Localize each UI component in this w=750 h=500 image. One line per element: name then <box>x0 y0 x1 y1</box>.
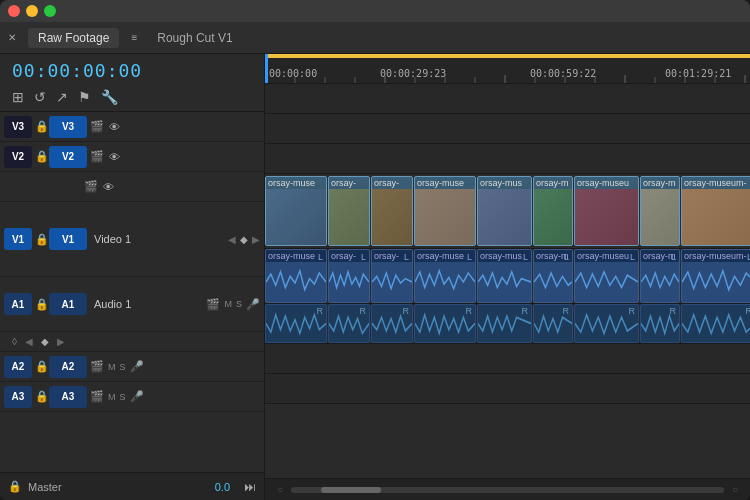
audio-bot-clip-0[interactable]: R <box>265 304 327 343</box>
video-clip-6[interactable]: orsay-museu <box>574 176 639 246</box>
marker-icon[interactable]: ⚑ <box>78 89 91 105</box>
video-clip-3[interactable]: orsay-muse <box>414 176 476 246</box>
scroll-bar[interactable] <box>291 487 724 493</box>
scroll-right-icon[interactable]: ○ <box>732 484 738 495</box>
a1-s-label[interactable]: S <box>236 299 242 309</box>
minimize-button[interactable] <box>26 5 38 17</box>
r-label-3: R <box>466 306 473 316</box>
v3-label-box: V3 <box>49 116 87 138</box>
v1-lock-icon[interactable]: 🔒 <box>35 233 49 246</box>
v3-camera-icon[interactable]: 🎬 <box>90 120 104 133</box>
v2-camera-icon[interactable]: 🎬 <box>90 150 104 163</box>
v1-sub-icons: 🎬 👁 <box>84 180 260 193</box>
a3-m-label[interactable]: M <box>108 392 116 402</box>
audio-top-clip-2[interactable]: orsay- L <box>371 249 413 303</box>
link-icon[interactable]: ↗ <box>56 89 68 105</box>
a1-mic-icon[interactable]: 🎤 <box>246 298 260 311</box>
a2-mic-icon[interactable]: 🎤 <box>130 360 144 373</box>
master-end-icon[interactable]: ⏭ <box>244 480 256 494</box>
settings-icon[interactable]: 🔧 <box>101 89 118 105</box>
audio-top-clip-3[interactable]: orsay-muse L <box>414 249 476 303</box>
audio-bot-clip-7[interactable]: R <box>640 304 680 343</box>
v1-prev-icon[interactable]: ◀ <box>228 234 236 245</box>
time-ruler: 00:00:00 00:00:29:23 00:00:59:22 00:01:2… <box>265 54 750 84</box>
audio-top-clip-7[interactable]: orsay-m L <box>640 249 680 303</box>
audio-bot-clip-2[interactable]: R <box>371 304 413 343</box>
audio-bot-clip-4[interactable]: R <box>477 304 532 343</box>
v3-num: V3 <box>4 116 32 138</box>
maximize-button[interactable] <box>44 5 56 17</box>
close-button[interactable] <box>8 5 20 17</box>
video-clip-0[interactable]: orsay-muse <box>265 176 327 246</box>
snap-icon[interactable]: ⊞ <box>12 89 24 105</box>
master-lock-icon[interactable]: 🔒 <box>8 480 22 493</box>
audio-bot-clip-5[interactable]: R <box>533 304 573 343</box>
clip-thumb-6 <box>575 189 638 245</box>
v3-eye-icon[interactable]: 👁 <box>109 121 120 133</box>
clip-label-4: orsay-mus <box>478 177 531 189</box>
undo-icon[interactable]: ↺ <box>34 89 46 105</box>
audio-top-clip-6[interactable]: orsay-museu L <box>574 249 639 303</box>
tab-close-icon[interactable]: ✕ <box>8 32 16 43</box>
v2-eye-icon[interactable]: 👁 <box>109 151 120 163</box>
timeline-tracks: orsay-muse orsay- orsay- orsay-muse <box>265 84 750 478</box>
audio-top-clip-0[interactable]: orsay-muse L <box>265 249 327 303</box>
video-clip-2[interactable]: orsay- <box>371 176 413 246</box>
v1-next-icon[interactable]: ▶ <box>252 234 260 245</box>
audio-top-clip-8[interactable]: orsay-museum- L <box>681 249 750 303</box>
a1-lock-icon[interactable]: 🔒 <box>35 298 49 311</box>
a2-camera-icon[interactable]: 🎬 <box>90 360 104 373</box>
raw-footage-tab[interactable]: Raw Footage <box>28 28 119 48</box>
a3-label-box: A3 <box>49 386 87 408</box>
video-clip-7[interactable]: orsay-m <box>640 176 680 246</box>
audio-bot-clip-8[interactable]: R <box>681 304 750 343</box>
video-clip-4[interactable]: orsay-mus <box>477 176 532 246</box>
audio-top-clip-1[interactable]: orsay- L <box>328 249 370 303</box>
playhead-line <box>265 54 268 83</box>
a2-lock-icon[interactable]: 🔒 <box>35 360 49 373</box>
v1-diamond-icon[interactable]: ◆ <box>240 234 248 245</box>
video-clip-5[interactable]: orsay-m <box>533 176 573 246</box>
a3-lock-icon[interactable]: 🔒 <box>35 390 49 403</box>
v3-lock-icon[interactable]: 🔒 <box>35 120 49 133</box>
v1-sub-camera-icon[interactable]: 🎬 <box>84 180 98 193</box>
left-panel: 00:00:00:00 ⊞ ↺ ↗ ⚑ 🔧 V3 🔒 V3 🎬 <box>0 54 265 500</box>
v1-sub-eye-icon[interactable]: 👁 <box>103 181 114 193</box>
video-clip-8[interactable]: orsay-museum- <box>681 176 750 246</box>
audio-bot-clip-3[interactable]: R <box>414 304 476 343</box>
clip-label-2: orsay- <box>372 177 412 189</box>
a2-s-label[interactable]: S <box>120 362 126 372</box>
a1-diamond-icon[interactable]: ◆ <box>41 336 49 347</box>
clip-thumb-0 <box>266 189 326 245</box>
audio-top-clip-5[interactable]: orsay-m L <box>533 249 573 303</box>
a1-pitch-icon[interactable]: ◊ <box>12 336 17 347</box>
clip-thumb-1 <box>329 189 369 245</box>
a2-m-label[interactable]: M <box>108 362 116 372</box>
v2-lock-icon[interactable]: 🔒 <box>35 150 49 163</box>
a1-camera-icon[interactable]: 🎬 <box>206 298 220 311</box>
a2-icons: 🎬 M S 🎤 <box>90 360 144 373</box>
a3-mic-icon[interactable]: 🎤 <box>130 390 144 403</box>
video-clip-1[interactable]: orsay- <box>328 176 370 246</box>
r-label-6: R <box>629 306 636 316</box>
clip-thumb-3 <box>415 189 475 245</box>
audio-top-clip-4[interactable]: orsay-mus L <box>477 249 532 303</box>
track-row-a3: A3 🔒 A3 🎬 M S 🎤 <box>0 382 264 412</box>
tab-menu-icon[interactable]: ≡ <box>131 32 137 43</box>
a1-prev-icon[interactable]: ◀ <box>25 336 33 347</box>
audio-bot-clip-6[interactable]: R <box>574 304 639 343</box>
a2-label-box: A2 <box>49 356 87 378</box>
clip-thumb-5 <box>534 189 572 245</box>
a3-camera-icon[interactable]: 🎬 <box>90 390 104 403</box>
audio-bot-clip-1[interactable]: R <box>328 304 370 343</box>
v2-label-box: V2 <box>49 146 87 168</box>
audio-bot-clips: R R R <box>265 304 750 343</box>
a3-s-label[interactable]: S <box>120 392 126 402</box>
a1-m-label[interactable]: M <box>224 299 232 309</box>
scroll-left-icon[interactable]: ○ <box>277 484 283 495</box>
rough-cut-tab[interactable]: Rough Cut V1 <box>157 31 232 45</box>
scroll-thumb[interactable] <box>321 487 381 493</box>
track-row-v3: V3 🔒 V3 🎬 👁 <box>0 112 264 142</box>
a1-next-icon[interactable]: ▶ <box>57 336 65 347</box>
audio-top-label-6: orsay-museu <box>575 250 638 262</box>
